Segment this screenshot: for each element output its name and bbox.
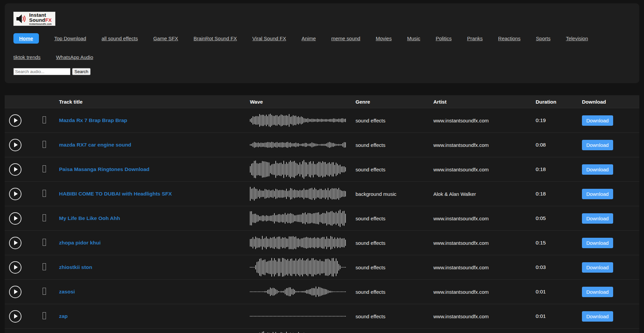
nav-item-viral-sound-fx[interactable]: Viral Sound FX — [252, 36, 286, 41]
download-button[interactable]: Download — [582, 164, 613, 175]
track-title-link[interactable]: zhopa pidor khui — [54, 240, 245, 246]
nav-item-all-sound-effects[interactable]: all sound effects — [102, 36, 138, 41]
track-artist: www.instantsoundfx.com — [427, 289, 530, 295]
waveform-image — [245, 282, 349, 301]
glyph-cell — [35, 141, 54, 149]
play-button[interactable] — [9, 261, 21, 274]
table-row: zap sound effects www.instantsoundfx.com… — [5, 304, 639, 328]
download-button[interactable]: Download — [582, 115, 613, 126]
nav-item-television[interactable]: Television — [566, 36, 588, 41]
download-button[interactable]: Download — [582, 238, 613, 248]
table-row: Mazda Rx 7 Brap Brap Brap sound effects … — [5, 108, 639, 132]
play-button[interactable] — [9, 310, 21, 323]
search-button[interactable]: Search — [72, 68, 91, 75]
play-icon — [14, 143, 18, 147]
table-row: Paisa Masanga Ringtones Download sound e… — [5, 157, 639, 181]
nav-item-movies[interactable]: Movies — [376, 36, 392, 41]
waveform-image — [245, 258, 349, 277]
track-title-link[interactable]: HABIBI COME TO DUBAI with Headlights SFX — [54, 191, 245, 197]
play-icon — [14, 289, 18, 294]
table-header-row: Track title Wave Genre Artist Duration D… — [5, 95, 639, 108]
nav-item-top-download[interactable]: Top Download — [54, 36, 86, 41]
play-icon — [14, 191, 18, 196]
play-button[interactable] — [9, 237, 21, 249]
track-title-link[interactable]: Mazda Rx 7 Brap Brap Brap — [54, 117, 245, 123]
track-title-link[interactable]: My Life Be Like Ooh Ahh — [54, 215, 245, 221]
play-button[interactable] — [9, 286, 21, 298]
nav-item-brainrot-sound-fx[interactable]: BrainRot Sound FX — [194, 36, 237, 41]
track-artist: www.instantsoundfx.com — [427, 142, 530, 148]
nav-item-pranks[interactable]: Pranks — [467, 36, 483, 41]
track-title-link[interactable]: Paisa Masanga Ringtones Download — [54, 166, 245, 172]
search-input[interactable] — [13, 68, 70, 75]
column-header-duration: Duration — [530, 99, 576, 105]
play-button[interactable] — [9, 114, 21, 127]
download-button[interactable]: Download — [582, 262, 613, 273]
logo-line2: SoundFX — [29, 17, 52, 22]
track-duration: 0:01 — [530, 289, 576, 295]
missing-glyph-icon — [43, 116, 46, 123]
track-table: Track title Wave Genre Artist Duration D… — [5, 95, 639, 333]
nav-item-meme-sound[interactable]: meme sound — [331, 36, 360, 41]
waveform-image — [245, 184, 349, 203]
missing-glyph-icon — [43, 288, 46, 295]
nav-item-sports[interactable]: Sports — [536, 36, 550, 41]
play-cell — [5, 114, 35, 127]
download-cell: Download — [576, 262, 639, 273]
track-artist: www.instantsoundfx.com — [427, 118, 530, 123]
play-cell — [5, 212, 35, 225]
play-button[interactable] — [9, 188, 21, 200]
nav-item-tiktok-trends[interactable]: tiktok trends — [13, 54, 41, 60]
nav-item-game-sfx[interactable]: Game SFX — [153, 36, 178, 41]
track-genre: sound effects — [349, 142, 427, 148]
waveform-image — [245, 307, 349, 326]
play-cell — [5, 261, 35, 274]
search-row: Search — [13, 68, 631, 75]
track-duration: 0:18 — [530, 166, 576, 172]
nav-item-whatsapp-audio[interactable]: WhatsApp Audio — [56, 54, 93, 60]
nav-item-reactions[interactable]: Reactions — [498, 36, 521, 41]
play-button[interactable] — [9, 163, 21, 176]
missing-glyph-icon — [43, 312, 46, 319]
column-header-track-title: Track title — [54, 99, 245, 105]
column-header-genre: Genre — [349, 99, 427, 105]
download-button[interactable]: Download — [582, 213, 613, 224]
track-genre: sound effects — [349, 265, 427, 270]
column-header-artist: Artist — [427, 99, 530, 105]
track-title-link[interactable]: zap — [54, 313, 245, 319]
download-cell: Download — [576, 238, 639, 248]
nav-item-music[interactable]: Music — [407, 36, 420, 41]
nav-item-home[interactable]: Home — [13, 33, 39, 44]
download-button[interactable]: Download — [582, 189, 613, 199]
play-button[interactable] — [9, 212, 21, 225]
site-logo[interactable]: Instant SoundFX instantsoundfx.com — [13, 12, 55, 26]
logo-sound: Sound — [29, 17, 45, 23]
track-title-link[interactable]: zhiostkii ston — [54, 264, 245, 270]
glyph-cell — [35, 165, 54, 174]
waveform-image — [245, 209, 349, 228]
track-artist: www.instantsoundfx.com — [427, 240, 530, 246]
track-title-link[interactable]: zasosi — [54, 289, 245, 295]
waveform-image — [245, 111, 349, 130]
play-cell — [5, 310, 35, 323]
track-artist: www.instantsoundfx.com — [427, 167, 530, 172]
missing-glyph-icon — [43, 263, 46, 270]
glyph-cell — [35, 312, 54, 321]
download-cell: Download — [576, 164, 639, 175]
track-duration: 0:15 — [530, 240, 576, 246]
track-title-link[interactable]: mazda RX7 car engine sound — [54, 142, 245, 148]
column-header-wave: Wave — [245, 99, 349, 105]
nav-item-politics[interactable]: Politics — [436, 36, 452, 41]
track-duration: 0:05 — [530, 215, 576, 221]
download-button[interactable]: Download — [582, 311, 613, 322]
download-button[interactable]: Download — [582, 287, 613, 297]
nav-item-anime[interactable]: Anime — [302, 36, 316, 41]
play-icon — [14, 118, 18, 123]
table-row: zasosi sound effects www.instantsoundfx.… — [5, 279, 639, 304]
play-button[interactable] — [9, 139, 21, 151]
download-button[interactable]: Download — [582, 140, 613, 150]
table-row: HABIBI COME TO DUBAI with Headlights SFX… — [5, 181, 639, 206]
waveform-image — [245, 331, 349, 333]
glyph-cell — [35, 288, 54, 296]
play-cell — [5, 237, 35, 249]
